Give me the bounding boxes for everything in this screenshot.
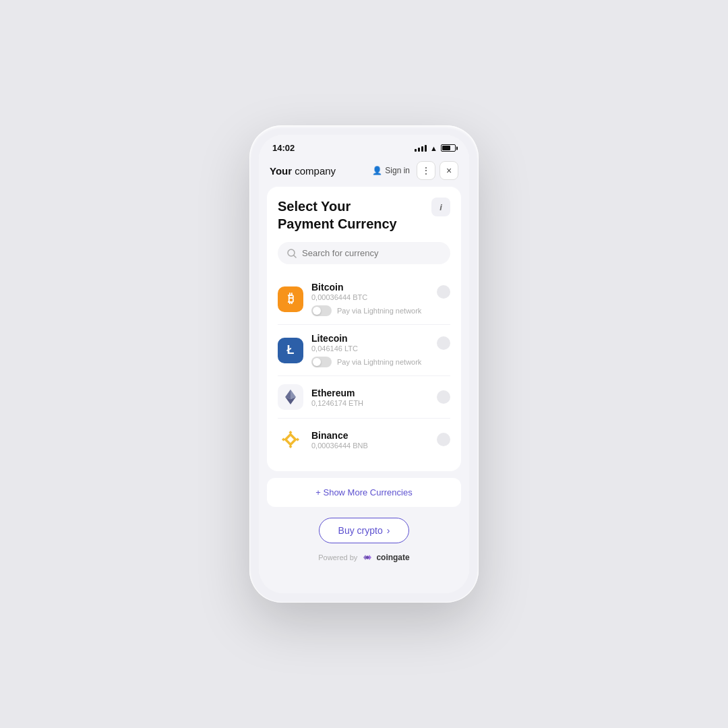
status-bar: 14:02 ▲	[259, 135, 469, 157]
status-time: 14:02	[272, 143, 295, 153]
powered-by: Powered by coingate	[267, 553, 461, 565]
coingate-text: coingate	[376, 553, 409, 562]
btc-info: Bitcoin 0,00036444 BTC Pay via Lightning…	[311, 282, 450, 316]
bnb-radio[interactable]	[437, 433, 450, 446]
svg-rect-10	[289, 445, 293, 448]
svg-rect-9	[296, 438, 299, 442]
chevron-right-icon: ›	[387, 525, 390, 536]
nav-bar: Your company 👤 Sign in ⋮ ×	[259, 157, 469, 187]
eth-amount: 0,1246174 ETH	[311, 399, 363, 407]
battery-icon	[441, 144, 456, 152]
bnb-info: Binance 0,00036444 BNB	[311, 430, 450, 450]
content-area: Select Your Payment Currency i	[259, 187, 469, 593]
bnb-name: Binance	[311, 430, 368, 441]
main-card: Select Your Payment Currency i	[267, 187, 461, 471]
coingate-logo: coingate	[361, 553, 409, 562]
eth-info: Ethereum 0,1246174 ETH	[311, 388, 450, 407]
ltc-lightning-row: Pay via Lightning network	[311, 357, 450, 367]
user-icon: 👤	[372, 166, 382, 175]
eth-logo	[278, 384, 303, 410]
info-button[interactable]: i	[431, 198, 450, 216]
currency-list: ₿ Bitcoin 0,00036444 BTC	[278, 274, 450, 460]
btc-name: Bitcoin	[311, 282, 367, 293]
ltc-amount: 0,046146 LTC	[311, 344, 358, 353]
svg-line-1	[294, 255, 296, 257]
page-title: Select Your Payment Currency	[278, 198, 397, 233]
buy-btn-container: Buy crypto ›	[267, 514, 461, 546]
currency-item-eth[interactable]: Ethereum 0,1246174 ETH	[278, 376, 450, 419]
more-button[interactable]: ⋮	[417, 161, 435, 180]
sign-in-button[interactable]: 👤 Sign in	[369, 163, 413, 178]
wifi-icon: ▲	[430, 144, 437, 152]
ltc-lightning-toggle[interactable]	[311, 357, 332, 367]
eth-name: Ethereum	[311, 388, 363, 398]
btc-lightning-text: Pay via Lightning network	[337, 307, 421, 315]
search-icon	[287, 249, 297, 258]
bnb-amount: 0,00036444 BNB	[311, 442, 368, 450]
ltc-lightning-text: Pay via Lightning network	[337, 358, 421, 366]
search-box	[278, 242, 450, 264]
status-icons: ▲	[415, 144, 456, 152]
show-more-button[interactable]: + Show More Currencies	[267, 478, 461, 507]
nav-actions: 👤 Sign in ⋮ ×	[369, 161, 458, 180]
currency-item-btc[interactable]: ₿ Bitcoin 0,00036444 BTC	[278, 274, 450, 325]
search-input[interactable]	[302, 248, 441, 258]
phone-screen: 14:02 ▲ Your company 👤	[259, 135, 469, 593]
svg-rect-8	[282, 438, 285, 442]
btc-logo: ₿	[278, 286, 303, 312]
bnb-logo	[278, 427, 303, 452]
btc-lightning-toggle[interactable]	[311, 305, 332, 316]
ltc-info: Litecoin 0,046146 LTC Pay via Lightning …	[311, 333, 450, 367]
currency-item-ltc[interactable]: Ł Litecoin 0,046146 LTC	[278, 325, 450, 376]
btc-radio[interactable]	[437, 285, 450, 299]
close-button[interactable]: ×	[439, 161, 458, 180]
buy-crypto-button[interactable]: Buy crypto ›	[319, 518, 410, 543]
eth-radio[interactable]	[437, 390, 450, 404]
ltc-logo: Ł	[278, 338, 303, 363]
page-header: Select Your Payment Currency i	[278, 198, 450, 233]
btc-amount: 0,00036444 BTC	[311, 293, 367, 301]
ltc-name: Litecoin	[311, 333, 358, 344]
currency-item-bnb[interactable]: Binance 0,00036444 BNB	[278, 419, 450, 460]
signal-icon	[415, 145, 427, 152]
btc-lightning-row: Pay via Lightning network	[311, 305, 450, 316]
ltc-radio[interactable]	[437, 336, 450, 350]
nav-brand: Your company	[270, 165, 364, 177]
phone-frame: 14:02 ▲ Your company 👤	[249, 125, 479, 603]
